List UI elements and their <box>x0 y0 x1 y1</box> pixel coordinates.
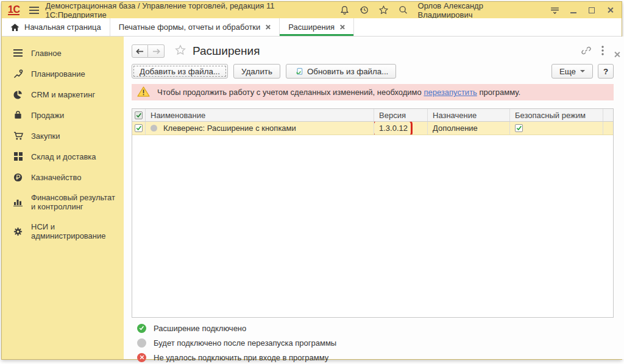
favorites-star-icon[interactable] <box>377 4 391 17</box>
status-connected-icon <box>137 324 146 333</box>
button-label: Обновить из файла... <box>307 67 388 76</box>
notifications-bell-icon[interactable] <box>338 4 352 17</box>
legend-item-failed: Не удалось подключить при входе в програ… <box>132 350 614 364</box>
more-button[interactable]: Еще <box>551 64 593 79</box>
close-tab-icon[interactable] <box>265 24 271 30</box>
safe-mode-cell[interactable] <box>510 122 603 135</box>
close-window-button[interactable] <box>603 4 617 16</box>
column-header-safe-mode[interactable]: Безопасный режим <box>510 109 603 121</box>
table-row[interactable]: Клеверенс: Расширение с кнопками 1.3.0.1… <box>132 122 613 135</box>
column-header-purpose[interactable]: Назначение <box>428 109 510 121</box>
app-window: 1С Демонстрационная база / Управление то… <box>1 1 622 360</box>
sidebar-item-treasury[interactable]: Казначейство <box>2 167 124 187</box>
row-filler-cell <box>603 122 613 135</box>
ruble-coin-icon <box>13 172 23 182</box>
sidebar-item-finance[interactable]: Финансовый результат и контроллинг <box>2 187 124 217</box>
maximize-button[interactable] <box>585 4 598 16</box>
form-header: Расширения <box>132 43 614 60</box>
sidebar-item-label: Закупки <box>31 131 60 141</box>
sidebar-item-purchases[interactable]: Закупки <box>2 125 124 146</box>
legend-label: Расширение подключено <box>154 324 246 333</box>
tab-home[interactable]: Начальная страница <box>2 18 110 36</box>
tab-bar: Начальная страница Печатные формы, отчет… <box>2 18 622 37</box>
main-menu-icon[interactable] <box>27 4 41 17</box>
pie-chart-icon <box>13 89 23 99</box>
extension-name-cell[interactable]: Клеверенс: Расширение с кнопками <box>146 122 374 135</box>
status-pending-icon <box>137 338 146 348</box>
column-header-version[interactable]: Версия <box>374 109 428 121</box>
tab-label: Начальная страница <box>24 23 101 32</box>
tab-print-forms[interactable]: Печатные формы, отчеты и обработки <box>110 18 280 36</box>
home-icon <box>10 23 20 32</box>
status-failed-icon <box>137 353 146 362</box>
service-menu-icon[interactable] <box>547 4 562 17</box>
more-actions-kebab-icon[interactable] <box>601 46 604 57</box>
extension-version: 1.3.0.12 <box>379 124 408 133</box>
briefcase-icon <box>13 110 23 120</box>
search-icon[interactable] <box>396 4 411 17</box>
tab-extensions[interactable]: Расширения <box>280 18 354 36</box>
sidebar-item-crm[interactable]: CRM и маркетинг <box>2 84 124 105</box>
table-header: Наименование Версия Назначение Безопасны… <box>132 109 613 122</box>
planning-route-icon <box>13 69 23 79</box>
legend-label: Не удалось подключить при входе в програ… <box>154 353 328 362</box>
menu-lines-icon <box>13 48 23 58</box>
bar-chart-icon <box>13 197 23 207</box>
extensions-table: Наименование Версия Назначение Безопасны… <box>132 108 614 318</box>
chevron-down-icon <box>580 70 585 72</box>
window-title: Демонстрационная база / Управление торго… <box>45 1 337 19</box>
extension-version-cell[interactable]: 1.3.0.12 <box>374 122 428 135</box>
grid-blocks-icon <box>13 152 23 161</box>
page-title: Расширения <box>193 44 260 58</box>
delete-button[interactable]: Удалить <box>233 64 280 79</box>
sidebar-item-label: Финансовый результат и контроллинг <box>31 193 118 211</box>
add-from-file-button[interactable]: Добавить из файла... <box>132 64 228 79</box>
section-panel: Главное Планирование CRM и маркетинг Про… <box>2 37 124 359</box>
sidebar-item-label: Главное <box>31 49 62 58</box>
gear-icon <box>13 226 23 236</box>
warning-text: Чтобы продолжить работу с учетом сделанн… <box>157 88 520 97</box>
legend-item-connected: Расширение подключено <box>132 321 614 335</box>
help-button[interactable]: ? <box>598 64 614 79</box>
warning-text-before: Чтобы продолжить работу с учетом сделанн… <box>157 88 424 97</box>
sidebar-item-label: Продажи <box>31 111 64 120</box>
update-from-file-button[interactable]: Обновить из файла... <box>286 64 396 79</box>
sidebar-item-main[interactable]: Главное <box>2 43 124 63</box>
sidebar-item-label: Планирование <box>31 69 85 79</box>
sidebar-item-admin[interactable]: НСИ и администрирование <box>2 217 124 246</box>
column-header-name[interactable]: Наименование <box>146 109 374 121</box>
extension-name: Клеверенс: Расширение с кнопками <box>163 124 296 133</box>
back-button[interactable] <box>132 44 148 58</box>
table-empty-area[interactable] <box>132 135 613 317</box>
forward-button[interactable] <box>148 44 165 58</box>
status-pending-icon <box>151 125 157 131</box>
legend-label: Будет подключено после перезапуска прогр… <box>154 338 336 348</box>
extension-purpose-cell[interactable]: Дополнение <box>428 122 510 135</box>
status-legend: Расширение подключено Будет подключено п… <box>132 321 614 364</box>
current-user[interactable]: Орлов Александр Владимирович <box>418 1 541 19</box>
title-bar: 1С Демонстрационная база / Управление то… <box>2 2 622 18</box>
column-header-filler <box>603 109 613 121</box>
sidebar-item-label: Казначейство <box>31 173 81 182</box>
extensions-form: Расширения Добавить из файла... Удалить <box>124 37 624 359</box>
sidebar-item-warehouse[interactable]: Склад и доставка <box>2 146 124 167</box>
history-icon[interactable] <box>357 4 372 17</box>
close-tab-icon[interactable] <box>339 24 345 30</box>
restart-link[interactable]: перезапустить <box>424 88 477 97</box>
minimize-button[interactable] <box>567 4 580 16</box>
get-link-icon[interactable] <box>581 45 592 58</box>
sidebar-item-sales[interactable]: Продажи <box>2 105 124 125</box>
sidebar-item-label: CRM и маркетинг <box>31 90 95 99</box>
tab-label: Печатные формы, отчеты и обработки <box>119 23 261 32</box>
select-all-checkbox[interactable] <box>132 109 146 121</box>
add-favorite-star-icon[interactable] <box>174 44 186 58</box>
row-checkbox[interactable] <box>132 122 146 135</box>
cart-icon <box>13 131 23 141</box>
tab-label: Расширения <box>288 23 335 32</box>
command-bar: Добавить из файла... Удалить Обновить из… <box>132 64 614 79</box>
update-file-icon <box>294 67 303 76</box>
sidebar-item-planning[interactable]: Планирование <box>2 63 124 84</box>
sidebar-item-label: Склад и доставка <box>31 152 96 161</box>
legend-item-pending: Будет подключено после перезапуска прогр… <box>132 335 614 350</box>
restart-warning-banner: Чтобы продолжить работу с учетом сделанн… <box>132 84 614 100</box>
